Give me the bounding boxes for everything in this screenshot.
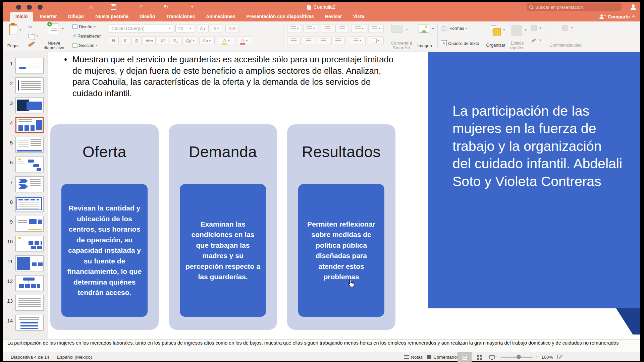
design-button[interactable]: Diseño [72, 24, 96, 29]
reset-button[interactable]: ↺ Restablecer [72, 34, 101, 39]
tab-transiciones[interactable]: Transiciones [166, 12, 195, 21]
oferta-body-box[interactable]: Revisan la cantidad y ubicación de los c… [61, 184, 148, 317]
zoom-out-button[interactable]: − [495, 352, 498, 362]
tab-presentacion-con-diapositivas[interactable]: Presentación con diapositivas [246, 12, 314, 21]
slide-thumbnail-6[interactable] [15, 157, 44, 172]
tab-animaciones[interactable]: Animaciones [206, 12, 235, 21]
thumbnail-row-4[interactable]: 4 [3, 115, 48, 135]
align-left-button[interactable] [287, 36, 301, 45]
section-button[interactable]: Sección [72, 43, 98, 48]
tab-inicio[interactable]: Inicio [10, 12, 33, 21]
quick-styles-icon[interactable] [511, 25, 522, 36]
paste-icon[interactable] [9, 24, 17, 35]
thumbnail-row-11[interactable]: 11 [3, 254, 48, 274]
font-name-select[interactable]: Calibri (Cuerpo) [109, 24, 173, 33]
font-size-select[interactable]: 20 [175, 24, 194, 33]
comments-toggle-button[interactable]: Comentarios [427, 352, 459, 362]
thumbnail-row-2[interactable]: 2 [3, 76, 48, 96]
slide-thumbnail-1[interactable] [15, 58, 44, 73]
notes-pane[interactable]: La participación de las mujeres en los m… [3, 339, 640, 352]
notes-toggle-button[interactable]: Notas [404, 352, 423, 362]
resultados-body-box[interactable]: Permiten reflexionar sobre medidas de po… [298, 184, 384, 317]
thumbnail-row-8[interactable]: 8 [3, 194, 48, 214]
confidentiality-icon[interactable] [562, 25, 568, 31]
align-text-button[interactable] [368, 36, 384, 45]
shape-outline-icon[interactable] [531, 38, 536, 42]
thumbnail-row-5[interactable]: 5 [3, 135, 48, 155]
zoom-in-button[interactable]: + [535, 352, 538, 362]
paste-dropdown-icon[interactable] [19, 29, 21, 31]
slide-thumbnail-4-selected[interactable] [15, 117, 44, 133]
italic-button[interactable]: K [120, 36, 130, 45]
quick-styles-dropdown-icon[interactable] [525, 29, 527, 31]
shape-outline-dropdown-icon[interactable] [539, 40, 541, 41]
confidentiality-dropdown-icon[interactable] [571, 27, 573, 29]
image-label[interactable]: Imagen [415, 44, 435, 48]
copy-dropdown-icon[interactable] [36, 36, 38, 37]
tab-revisar[interactable]: Revisar [325, 12, 342, 21]
slide-thumbnail-10[interactable] [15, 236, 44, 251]
shrink-font-button[interactable]: A▾ [210, 24, 222, 33]
bold-button[interactable]: N [109, 36, 119, 45]
font-color-button[interactable]: A [236, 36, 252, 45]
shape-fill-icon[interactable] [531, 25, 537, 31]
line-spacing-button[interactable] [352, 24, 367, 33]
superscript-button[interactable]: X² [157, 36, 168, 45]
slide-thumbnail-8[interactable] [15, 196, 44, 212]
grow-font-button[interactable]: A▴ [197, 24, 209, 33]
numbering-button[interactable] [303, 24, 318, 33]
align-center-button[interactable] [302, 36, 315, 45]
tab-vista[interactable]: Vista [353, 12, 364, 21]
align-justify-button[interactable] [331, 36, 345, 45]
slide-thumbnail-12[interactable] [15, 275, 44, 291]
fit-slide-to-window-icon[interactable] [557, 355, 562, 359]
slide-thumbnail-13[interactable] [15, 295, 44, 311]
textbox-button[interactable]: A Cuadro de texto [441, 40, 479, 46]
copy-icon[interactable] [29, 33, 33, 38]
highlight-color-button[interactable]: A [218, 36, 234, 45]
account-icon[interactable] [631, 4, 637, 9]
shapes-button[interactable]: Formas [441, 25, 468, 31]
slide-thumbnail-2[interactable] [15, 77, 44, 93]
slide-sorter-view-button[interactable] [472, 352, 486, 362]
new-slide-icon[interactable]: + [49, 23, 58, 34]
arrange-icon[interactable] [491, 25, 501, 36]
clear-formatting-button[interactable]: A [225, 24, 239, 33]
text-direction-button[interactable] [349, 36, 366, 45]
column-resultados[interactable]: Resultados Permiten reflexionar sobre me… [287, 124, 395, 330]
thumbnail-row-7[interactable]: 7 [3, 175, 48, 194]
new-slide-dropdown-icon[interactable] [62, 28, 64, 29]
convert-smartart-label[interactable]: Convertir a SmartArt [387, 41, 416, 51]
thumbnail-row-6[interactable]: 6 [3, 155, 48, 175]
language-button[interactable]: Español (México) [57, 352, 92, 362]
normal-view-button[interactable] [458, 352, 472, 362]
thumbnail-row-14[interactable]: 14 [3, 313, 48, 333]
tab-dibujar[interactable]: Dibujar [68, 12, 84, 21]
demanda-body-box[interactable]: Examinan las condiciones en las que trab… [180, 184, 266, 317]
thumbnail-row-3[interactable]: 3 [3, 96, 48, 115]
align-right-button[interactable] [317, 36, 330, 45]
tab-nueva-pestana[interactable]: Nueva pestaña [95, 12, 128, 21]
new-slide-label[interactable]: Nueva diapositiva [40, 41, 68, 51]
slide-thumbnail-3[interactable] [15, 97, 44, 113]
smartart-dropdown-icon[interactable] [406, 29, 408, 30]
shape-fill-dropdown-icon[interactable] [539, 27, 541, 29]
thumbnail-row-10[interactable]: 10 [3, 234, 48, 254]
thumbnail-row-1[interactable]: 1 [3, 56, 48, 76]
thumbnail-row-13[interactable]: 13 [3, 293, 48, 313]
slide-thumbnail-5[interactable] [15, 137, 44, 153]
image-dropdown-icon[interactable] [432, 28, 434, 29]
body-text-placeholder[interactable]: • Muestran que el servicio de guarderías… [64, 54, 396, 99]
title-callout-box[interactable]: La participación de las mujeres en la fu… [428, 52, 640, 308]
quick-styles-label[interactable]: Estilos rápidos [508, 41, 527, 51]
arrange-label[interactable]: Organizar [483, 43, 508, 48]
character-spacing-button[interactable]: AV [182, 36, 198, 45]
confidentiality-label[interactable]: Confidencialidad [545, 43, 586, 48]
increase-indent-button[interactable] [335, 24, 349, 33]
tab-insertar[interactable]: Insertar [40, 12, 57, 21]
column-oferta[interactable]: Oferta Revisan la cantidad y ubicación d… [50, 124, 159, 330]
arrange-dropdown-icon[interactable] [503, 29, 505, 31]
decrease-indent-button[interactable] [321, 24, 334, 33]
column-demanda[interactable]: Demanda Examinan las condiciones en las … [169, 124, 277, 330]
slide-thumbnail-7[interactable] [15, 176, 44, 192]
